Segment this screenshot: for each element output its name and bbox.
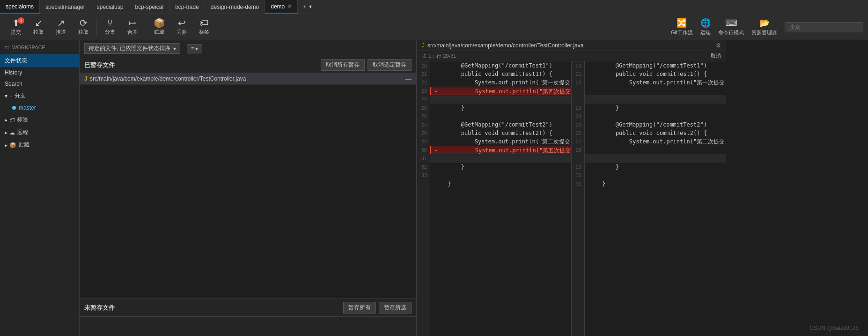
stash-button[interactable]: 📦 贮藏 [148,16,170,37]
tab-label: specialoms [6,3,34,10]
sidebar-item-history[interactable]: History [0,67,79,78]
commit-button[interactable]: ⬆ 提交 1 [5,16,27,37]
tab-specialusp[interactable]: specialusp [91,0,130,14]
sidebar-item-master[interactable]: master [0,102,79,113]
staged-file-row[interactable]: J src/main/java/com/example/demo/control… [80,73,416,85]
right-diff-header: J src/main/java/com/example/demo/control… [417,40,726,51]
merge-icon: ⥛ [129,18,137,28]
line-number: 29 [421,137,427,146]
unstaged-header: 未暂存文件 暂存所有 暂存所选 [80,299,416,317]
unstaged-panel: 未暂存文件 暂存所有 暂存所选 [80,299,416,336]
settings-icon[interactable]: ⚙ [716,42,721,49]
pull-button[interactable]: ↙ 拉取 [27,16,50,37]
sidebar: ▭ WORKSPACE 文件状态 History Search ▾ ⑂ 分支 m… [0,40,80,336]
right-lines-wrapper: 202122232425262728293031 @GetMapping("/c… [572,61,726,336]
save-all-button[interactable]: 暂存所有 [343,302,376,314]
git-flow-icon: 🔀 [677,18,687,28]
tag-button[interactable]: 🏷 标签 [193,16,215,37]
remote-button[interactable]: 🌐 远端 [700,18,711,36]
code-line: @GetMapping("/commitTest2") [585,120,726,129]
search-input[interactable] [785,22,863,32]
line-number: 30 [576,171,581,179]
fetch-icon: ⟳ [80,18,88,28]
fetch-button[interactable]: ⟳ 获取 [72,16,95,37]
tag-label: 标签 [199,29,209,36]
sidebar-section-stash[interactable]: ▸ 📦 贮藏 [0,139,79,151]
tab-specialmanager[interactable]: specialmanager [40,0,91,14]
tab-label: demo [271,3,285,10]
history-label: History [5,69,22,76]
chevron-right-icon-2: ▸ [5,129,7,136]
cloud-icon: ☁ [9,129,15,136]
cancel-diff-button[interactable]: 取消 [711,52,721,60]
active-branch-dot [12,106,16,110]
toolbar: ⬆ 提交 1 ↙ 拉取 ↗ 推送 ⟳ 获取 ⑂ 分支 ⥛ 合并 📦 贮藏 ↩ 丢… [0,14,868,40]
code-line: } [430,179,571,188]
tab-design-mode-demo[interactable]: design-mode-demo [205,0,265,14]
line-number: 21 [421,70,427,78]
code-line [585,146,726,154]
code-line: } [585,163,726,171]
tab-bcp-speical[interactable]: bcp-speical [129,0,169,14]
tag-icon: 🏷 [199,18,209,28]
main-layout: ▭ WORKSPACE 文件状态 History Search ▾ ⑂ 分支 m… [0,40,868,336]
line-number: 33 [421,171,427,179]
two-col-diff: 2021222324252627282930313233 @GetMapping… [417,61,726,336]
remote-label: 远端 [700,29,711,36]
code-line [430,95,571,104]
branch-button[interactable]: ⑂ 分支 [99,16,121,37]
line-number: 23 [421,87,427,95]
line-number: 28 [576,146,581,154]
git-flow-button[interactable]: 🔀 Git工作流 [671,18,693,36]
cancel-selected-staged-button[interactable]: 取消选定暂存 [368,59,412,71]
diff-file-icon: J [422,42,425,49]
java-file-icon: J [84,75,87,82]
view-toggle[interactable]: ≡ ▾ [187,44,202,53]
list-view-icon: ≡ [191,45,194,52]
stash-label: 贮藏 [154,29,164,36]
line-number: 23 [576,104,581,112]
push-button[interactable]: ↗ 推送 [50,16,72,37]
tab-demo[interactable]: demo ✕ [265,0,298,14]
terminal-button[interactable]: ⌨ 命令行模式 [718,18,744,36]
sidebar-section-tags[interactable]: ▸ 🏷 标签 [0,113,79,126]
sort-label: 待定的文件, 已依照文件状态排序 [88,45,170,52]
search-label: Search [5,81,22,87]
line-number: 24 [576,112,581,120]
code-line: public void commitTest1() { [430,70,571,78]
chevron-right-icon-3: ▸ [5,142,7,149]
chevron-down-icon: ▾ [5,93,7,99]
line-number: 27 [421,120,427,129]
staged-title: 已暂存文件 [84,61,115,69]
tab-label: bcp-speical [135,4,163,10]
discard-button[interactable]: ↩ 丢弃 [170,16,193,37]
diff-left-column: 2021222324252627282930313233 @GetMapping… [417,61,572,336]
tab-label: bcp-trade [175,4,199,10]
tab-close-icon[interactable]: ✕ [287,3,292,9]
tab-label: design-mode-demo [211,4,259,10]
code-line: public void commitTest1() { [585,70,726,78]
tab-specialoms[interactable]: specialoms [0,0,40,14]
resource-button[interactable]: 📂 资源管理器 [751,18,777,36]
line-number: 20 [576,61,581,70]
sort-arrow-icon: ▾ [173,45,176,52]
left-content: 待定的文件, 已依照文件状态排序 ▾ ≡ ▾ 已暂存文件 取消所有暂存 取消选定… [80,40,417,336]
tab-bcp-trade[interactable]: bcp-trade [169,0,205,14]
left-lines-wrapper: 2021222324252627282930313233 @GetMapping… [417,61,571,336]
sidebar-section-remote[interactable]: ▸ ☁ 远程 [0,126,79,139]
toolbar-separator-1 [96,18,97,37]
sort-dropdown[interactable]: 待定的文件, 已依照文件状态排序 ▾ [84,43,180,54]
sidebar-item-file-status[interactable]: 文件状态 [0,54,79,67]
right-line-numbers: 202122232425262728293031 [572,61,585,336]
code-line [585,112,726,120]
merge-button[interactable]: ⥛ 合并 [121,16,144,37]
line-number: 22 [576,78,581,87]
tab-add-button[interactable]: ＋ ▾ [298,3,315,11]
sidebar-section-branches[interactable]: ▾ ⑂ 分支 [0,90,79,102]
save-selected-button[interactable]: 暂存所选 [379,302,412,314]
sidebar-item-search[interactable]: Search [0,78,79,90]
file-minus-icon[interactable]: — [405,75,412,82]
line-number: 25 [576,120,581,129]
pull-icon: ↙ [35,18,43,28]
cancel-all-staged-button[interactable]: 取消所有暂存 [321,59,365,71]
